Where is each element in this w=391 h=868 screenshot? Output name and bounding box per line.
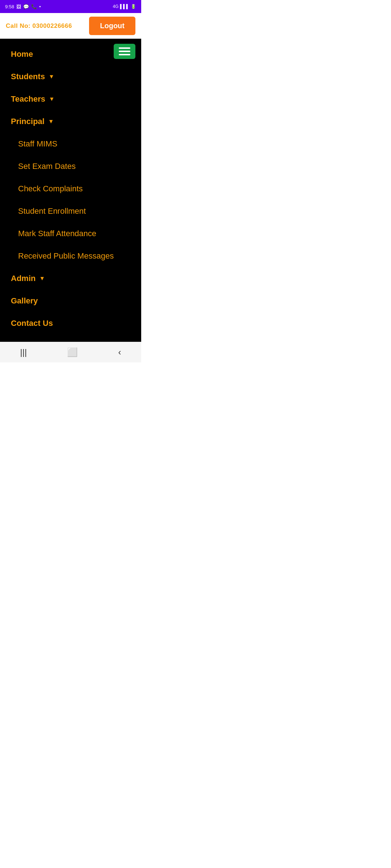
recent-apps-button[interactable]: ||| [20, 347, 27, 357]
nav-item-admin-label: Admin [11, 274, 35, 283]
nav-item-gallery-label: Gallery [11, 296, 38, 306]
chevron-down-icon: ▼ [49, 73, 54, 80]
hamburger-button[interactable] [114, 44, 135, 59]
logout-button[interactable]: Logout [89, 17, 135, 35]
nav-subitem-student-enrollment[interactable]: Student Enrollment [0, 200, 141, 222]
nav-subitem-staff-mims[interactable]: Staff MIMS [0, 133, 141, 155]
chevron-down-icon: ▼ [39, 275, 45, 282]
status-right: 4G ▌▌▌ 🔋 [113, 4, 136, 9]
nav-item-teachers-label: Teachers [11, 94, 45, 104]
nav-item-students-label: Students [11, 72, 45, 81]
nav-item-students[interactable]: Students ▼ [0, 65, 141, 88]
nav-item-contact-us-label: Contact Us [11, 319, 53, 328]
chevron-down-icon: ▼ [48, 118, 54, 125]
header: Call No: 03000226666 Logout [0, 13, 141, 39]
nav-subitem-student-enrollment-label: Student Enrollment [18, 207, 86, 216]
status-call-icon: 📞 [31, 4, 37, 9]
nav-item-principal-label: Principal [11, 117, 45, 126]
status-time: 9:58 [5, 4, 14, 9]
hamburger-line-2 [119, 51, 130, 52]
signal-icon: ▌▌▌ [120, 4, 129, 9]
nav-item-contact-us[interactable]: Contact Us [0, 312, 141, 335]
back-button[interactable]: ‹ [118, 347, 121, 357]
home-button[interactable]: ⬜ [67, 347, 78, 357]
nav-subitem-set-exam-dates[interactable]: Set Exam Dates [0, 155, 141, 178]
nav-subitem-check-complaints[interactable]: Check Complaints [0, 178, 141, 200]
nav-item-teachers[interactable]: Teachers ▼ [0, 88, 141, 110]
nav-menu: Home Students ▼ Teachers ▼ Principal ▼ S… [0, 39, 141, 342]
network-type: 4G [113, 4, 118, 9]
nav-subitem-mark-staff-attendance-label: Mark Staff Attendance [18, 229, 96, 238]
nav-item-gallery[interactable]: Gallery [0, 290, 141, 312]
status-message-icon: 💬 [23, 4, 29, 9]
chevron-down-icon: ▼ [49, 96, 55, 102]
status-left: 9:58 🖼 💬 📞 • [5, 4, 41, 9]
nav-subitem-mark-staff-attendance[interactable]: Mark Staff Attendance [0, 222, 141, 245]
call-number: Call No: 03000226666 [6, 22, 72, 30]
bottom-nav-bar: ||| ⬜ ‹ [0, 342, 141, 362]
nav-subitem-check-complaints-label: Check Complaints [18, 184, 83, 193]
status-bar: 9:58 🖼 💬 📞 • 4G ▌▌▌ 🔋 [0, 0, 141, 13]
nav-subitem-set-exam-dates-label: Set Exam Dates [18, 162, 76, 171]
status-photo-icon: 🖼 [16, 4, 21, 9]
nav-item-principal[interactable]: Principal ▼ [0, 110, 141, 133]
hamburger-line-1 [119, 47, 130, 49]
nav-item-home-label: Home [11, 50, 33, 59]
hamburger-line-3 [119, 54, 130, 55]
nav-item-admin[interactable]: Admin ▼ [0, 267, 141, 290]
nav-subitem-received-public-messages[interactable]: Received Public Messages [0, 245, 141, 267]
nav-subitem-received-public-messages-label: Received Public Messages [18, 251, 114, 260]
status-dot: • [39, 4, 41, 9]
nav-subitem-staff-mims-label: Staff MIMS [18, 139, 57, 148]
battery-icon: 🔋 [131, 4, 136, 9]
